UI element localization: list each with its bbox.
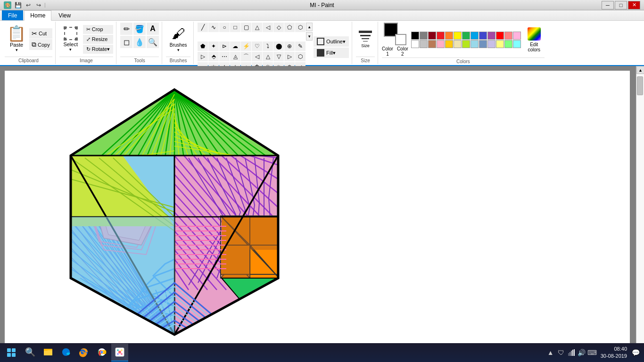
select-button[interactable]: Select ▾ bbox=[59, 25, 82, 54]
swatch-r1[interactable] bbox=[496, 32, 504, 40]
swatch-lavender[interactable] bbox=[487, 40, 495, 48]
swatch-ltblue[interactable] bbox=[479, 40, 487, 48]
crop-button[interactable]: ✂ Crop bbox=[83, 25, 113, 34]
swatch-red[interactable] bbox=[437, 32, 445, 40]
shape-s7[interactable]: △ bbox=[263, 52, 273, 61]
minimize-btn[interactable]: ─ bbox=[602, 1, 614, 9]
cut-button[interactable]: ✂ Cut bbox=[29, 28, 52, 39]
swatch-orange[interactable] bbox=[445, 32, 453, 40]
shape-rtri[interactable]: ◁ bbox=[263, 23, 273, 32]
shape-r9[interactable]: ⊕ bbox=[284, 41, 295, 51]
shape-tri[interactable]: △ bbox=[252, 23, 262, 32]
eraser-button[interactable]: ◻ bbox=[120, 36, 132, 48]
shape-r4[interactable]: ☁ bbox=[230, 41, 240, 51]
shape-rect[interactable]: □ bbox=[230, 23, 240, 32]
swatch-cyan[interactable] bbox=[471, 32, 479, 40]
taskbar-chrome[interactable] bbox=[93, 344, 110, 362]
system-clock[interactable]: 08:40 30-08-2019 bbox=[598, 346, 630, 360]
keyboard-icon[interactable]: ⌨ bbox=[587, 344, 597, 362]
maximize-btn[interactable]: □ bbox=[615, 1, 627, 9]
volume-icon[interactable]: 🔊 bbox=[577, 344, 586, 362]
size-button[interactable]: Size bbox=[356, 25, 375, 53]
undo-btn[interactable]: ↩ bbox=[24, 1, 33, 9]
canvas-white[interactable] bbox=[5, 71, 630, 352]
taskbar-paint[interactable] bbox=[111, 344, 128, 362]
scroll-thumb[interactable] bbox=[637, 76, 643, 95]
taskbar-search[interactable]: 🔍 bbox=[22, 344, 39, 362]
shape-r7[interactable]: ⤵ bbox=[263, 41, 273, 51]
network-icon[interactable] bbox=[567, 344, 576, 362]
taskbar-edge[interactable] bbox=[58, 344, 74, 362]
antivirus-icon[interactable]: 🛡 bbox=[556, 344, 566, 362]
swatch-purple[interactable] bbox=[487, 32, 495, 40]
swatch-e1[interactable] bbox=[496, 40, 504, 48]
outline-button[interactable]: Outline▾ bbox=[314, 36, 349, 47]
scroll-up-btn[interactable]: ▲ bbox=[636, 66, 644, 74]
tray-expand[interactable]: ▲ bbox=[546, 344, 555, 362]
swatch-r3[interactable] bbox=[513, 32, 521, 40]
shape-rrect[interactable]: ▢ bbox=[241, 23, 251, 32]
swatch-brown[interactable] bbox=[428, 40, 436, 48]
copy-button[interactable]: ⧉ Copy bbox=[29, 39, 52, 50]
brushes-button[interactable]: 🖌 Brushes ▾ bbox=[166, 25, 190, 53]
shape-s9[interactable]: ▷ bbox=[284, 52, 295, 61]
swatch-darkred[interactable] bbox=[428, 32, 436, 40]
picker-button[interactable]: 💧 bbox=[133, 36, 146, 48]
swatch-pink[interactable] bbox=[437, 40, 445, 48]
swatch-cream[interactable] bbox=[454, 40, 462, 48]
vertical-scrollbar[interactable]: ▲ ▼ bbox=[636, 66, 644, 352]
shape-s3[interactable]: ⋯ bbox=[219, 52, 230, 61]
shape-s8[interactable]: ▽ bbox=[273, 52, 284, 61]
resize-button[interactable]: ⤢ Resize bbox=[83, 35, 113, 44]
shape-oval[interactable]: ○ bbox=[219, 23, 230, 32]
fill-tool-button[interactable]: 🪣 bbox=[133, 23, 146, 35]
swatch-gold[interactable] bbox=[445, 40, 453, 48]
text-button[interactable]: A bbox=[147, 23, 159, 35]
shapes-scroll-up[interactable]: ▲ bbox=[306, 23, 313, 31]
taskbar-firefox[interactable] bbox=[75, 344, 92, 362]
shape-pent[interactable]: ⬠ bbox=[284, 23, 295, 32]
shape-curve[interactable]: ∿ bbox=[208, 23, 219, 32]
shape-s4[interactable]: ◬ bbox=[230, 52, 240, 61]
canvas-area[interactable]: ▲ ▼ bbox=[0, 66, 644, 352]
shape-r2[interactable]: ✦ bbox=[208, 41, 219, 51]
swatch-gray[interactable] bbox=[420, 32, 428, 40]
magnify-button[interactable]: 🔍 bbox=[147, 36, 159, 48]
tab-view[interactable]: View bbox=[52, 10, 77, 20]
start-button[interactable] bbox=[2, 344, 21, 362]
shape-r5[interactable]: ⚡ bbox=[241, 41, 251, 51]
scroll-track[interactable] bbox=[636, 74, 644, 344]
shape-r1[interactable]: ⬟ bbox=[198, 41, 208, 51]
swatch-yellow[interactable] bbox=[454, 32, 462, 40]
swatch-ltgreen[interactable] bbox=[462, 40, 470, 48]
shape-r3[interactable]: ⊳ bbox=[219, 41, 230, 51]
swatch-blue[interactable] bbox=[479, 32, 487, 40]
shape-r10[interactable]: ✎ bbox=[295, 41, 305, 51]
save-quick-btn[interactable]: 💾 bbox=[13, 1, 23, 9]
tab-home[interactable]: Home bbox=[24, 10, 51, 21]
pencil-button[interactable]: ✏ bbox=[120, 23, 132, 35]
swatch-black[interactable] bbox=[411, 32, 419, 40]
paste-button[interactable]: 📋 Paste ▾ bbox=[5, 25, 28, 53]
shape-s6[interactable]: ◁ bbox=[252, 52, 262, 61]
taskbar-explorer[interactable] bbox=[40, 344, 57, 362]
close-btn[interactable]: ✕ bbox=[628, 1, 640, 9]
swatch-r2[interactable] bbox=[504, 32, 512, 40]
swatch-e2[interactable] bbox=[504, 40, 512, 48]
shape-s1[interactable]: ▷ bbox=[198, 52, 208, 61]
shapes-scroll-down[interactable]: ▼ bbox=[306, 32, 313, 41]
swatch-green[interactable] bbox=[462, 32, 470, 40]
shape-s2[interactable]: ⬘ bbox=[208, 52, 219, 61]
shape-s5[interactable]: ⌒ bbox=[241, 52, 251, 61]
shape-r8[interactable]: ⬤ bbox=[273, 41, 284, 51]
fill-btn[interactable]: Fill▾ bbox=[314, 48, 349, 58]
swatch-ltcyan[interactable] bbox=[471, 40, 479, 48]
edit-colors-button[interactable]: Editcolors bbox=[524, 25, 545, 54]
notifications-icon[interactable]: 💬 bbox=[631, 344, 640, 362]
swatch-ltgray[interactable] bbox=[420, 40, 428, 48]
shape-diamond[interactable]: ◇ bbox=[273, 23, 284, 32]
tab-file[interactable]: File bbox=[2, 10, 23, 20]
rotate-button[interactable]: ↻ Rotate▾ bbox=[83, 45, 113, 54]
redo-btn[interactable]: ↪ bbox=[34, 1, 43, 9]
color-2-swatch[interactable] bbox=[395, 34, 406, 45]
